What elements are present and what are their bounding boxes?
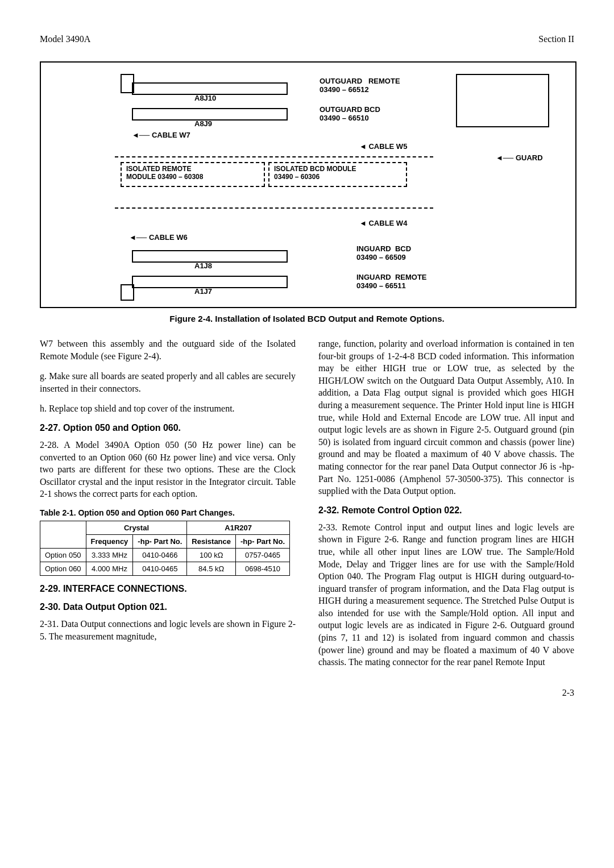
- page-header: Model 3490A Section II: [40, 34, 574, 44]
- header-left: Model 3490A: [40, 34, 90, 44]
- cable-w5-label: ◄ CABLE W5: [359, 142, 407, 151]
- a8j9-label: A8J9: [194, 119, 212, 128]
- para-w7: W7 between this assembly and the outguar…: [40, 338, 296, 362]
- heading-2-32: 2-32. Remote Control Option 022.: [318, 505, 574, 516]
- dash2: [115, 207, 433, 209]
- outguard-remote-label: OUTGUARD REMOTE 03490 – 66512: [320, 77, 400, 94]
- a1j7-box: [132, 276, 288, 288]
- table-2-1-caption: Table 2-1. Option 050 and Option 060 Par…: [40, 508, 296, 517]
- a1j8-box: [132, 250, 288, 263]
- isolated-remote-label: ISOLATED REMOTE MODULE 03490 – 60308: [126, 165, 203, 181]
- body-columns: W7 between this assembly and the outguar…: [40, 338, 574, 676]
- table-2-1: Crystal A1R207 Frequency -hp- Part No. R…: [40, 521, 290, 576]
- para-right-1: range, function, polarity and overload i…: [318, 338, 574, 497]
- table-row: Option 060 4.000 MHz 0410-0465 84.5 kΩ 0…: [40, 562, 290, 575]
- header-right: Section II: [538, 34, 574, 44]
- table-row: Option 050 3.333 MHz 0410-0466 100 kΩ 07…: [40, 548, 290, 562]
- guard-label: ◄── GUARD: [496, 153, 543, 162]
- outguard-box: [456, 74, 549, 127]
- heading-2-27: 2-27. Option 050 and Option 060.: [40, 423, 296, 433]
- para-2-31: 2-31. Data Output connections and logic …: [40, 618, 296, 642]
- left-column: W7 between this assembly and the outguar…: [40, 338, 296, 676]
- cable-w7-label: ◄── CABLE W7: [132, 131, 190, 139]
- th-crystal: Crystal: [86, 521, 187, 534]
- cable-w6-label: ◄── CABLE W6: [129, 233, 188, 242]
- outguard-bcd-label: OUTGUARD BCD 03490 – 66510: [320, 105, 380, 122]
- para-2-28: 2-28. A Model 3490A Option 050 (50 Hz po…: [40, 439, 296, 500]
- th-hp2: -hp- Part No.: [236, 534, 290, 548]
- para-2-33: 2-33. Remote Control input and output li…: [318, 521, 574, 668]
- para-g: g. Make sure all boards are seated prope…: [40, 370, 296, 394]
- heading-2-29: 2-29. INTERFACE CONNECTIONS.: [40, 584, 296, 594]
- heading-2-30: 2-30. Data Output Option 021.: [40, 602, 296, 612]
- para-h: h. Replace top shield and top cover of t…: [40, 402, 296, 415]
- th-freq: Frequency: [86, 534, 133, 548]
- a8j10-box: [132, 82, 288, 95]
- th-res: Resistance: [187, 534, 236, 548]
- right-column: range, function, polarity and overload i…: [318, 338, 574, 676]
- a1j8-label: A1J8: [194, 261, 212, 270]
- a8j9-box: [132, 108, 288, 121]
- cable-w4-label: ◄ CABLE W4: [359, 219, 407, 227]
- inguard-bcd-label: INGUARD BCD 03490 – 66509: [356, 244, 411, 261]
- a8j10-label: A8J10: [194, 94, 216, 102]
- th-hp1: -hp- Part No.: [133, 534, 187, 548]
- th-a1r207: A1R207: [187, 521, 290, 534]
- page-number: 2-3: [40, 688, 574, 698]
- isolated-bcd-label: ISOLATED BCD MODULE 03490 – 60306: [274, 165, 356, 181]
- a1j7-label: A1J7: [194, 287, 212, 296]
- inguard-remote-label: INGUARD REMOTE 03490 – 66511: [356, 273, 427, 290]
- figure-2-4: A8J10 OUTGUARD REMOTE 03490 – 66512 A8J9…: [40, 61, 576, 308]
- dash1: [115, 156, 433, 157]
- conn-bottom-left: [121, 284, 134, 301]
- figure-caption: Figure 2-4. Installation of Isolated BCD…: [40, 314, 574, 323]
